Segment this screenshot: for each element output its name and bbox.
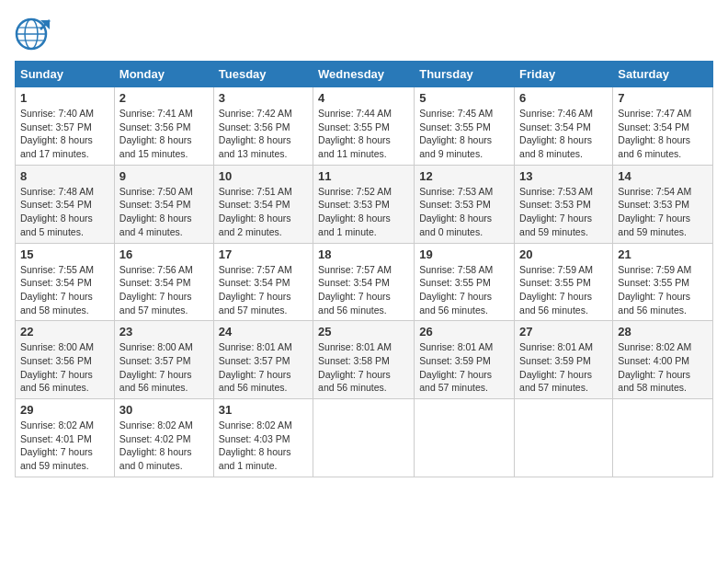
day-number: 14 <box>618 169 708 183</box>
day-cell: 8Sunrise: 7:48 AMSunset: 3:54 PMDaylight… <box>16 165 115 243</box>
calendar-week-row: 15Sunrise: 7:55 AMSunset: 3:54 PMDayligh… <box>16 243 713 321</box>
day-info: Sunrise: 7:46 AMSunset: 3:54 PMDaylight:… <box>519 107 608 161</box>
calendar-week-row: 1Sunrise: 7:40 AMSunset: 3:57 PMDaylight… <box>16 87 713 166</box>
day-cell: 9Sunrise: 7:50 AMSunset: 3:54 PMDaylight… <box>114 165 213 243</box>
day-cell: 5Sunrise: 7:45 AMSunset: 3:55 PMDaylight… <box>415 87 515 166</box>
day-info: Sunrise: 8:01 AMSunset: 3:57 PMDaylight:… <box>219 340 308 395</box>
day-number: 10 <box>219 169 308 183</box>
day-number: 7 <box>618 91 708 105</box>
day-info: Sunrise: 7:41 AMSunset: 3:56 PMDaylight:… <box>119 107 209 161</box>
day-of-week-header: Tuesday <box>213 62 313 87</box>
day-cell: 4Sunrise: 7:44 AMSunset: 3:55 PMDaylight… <box>313 87 415 166</box>
day-info: Sunrise: 8:02 AMSunset: 4:03 PMDaylight:… <box>219 419 308 473</box>
day-number: 11 <box>318 169 409 183</box>
day-number: 28 <box>618 325 708 339</box>
day-number: 29 <box>20 403 109 417</box>
day-cell: 27Sunrise: 8:01 AMSunset: 3:59 PMDayligh… <box>515 321 613 399</box>
day-cell: 2Sunrise: 7:41 AMSunset: 3:56 PMDaylight… <box>114 87 213 166</box>
day-cell: 28Sunrise: 8:02 AMSunset: 4:00 PMDayligh… <box>613 321 713 399</box>
day-cell: 10Sunrise: 7:51 AMSunset: 3:54 PMDayligh… <box>213 165 313 243</box>
day-cell: 11Sunrise: 7:52 AMSunset: 3:53 PMDayligh… <box>313 165 415 243</box>
day-of-week-header: Friday <box>515 62 613 87</box>
day-cell: 3Sunrise: 7:42 AMSunset: 3:56 PMDaylight… <box>213 87 313 166</box>
empty-day-cell <box>613 399 713 477</box>
day-cell: 31Sunrise: 8:02 AMSunset: 4:03 PMDayligh… <box>213 399 313 477</box>
calendar-header-row: SundayMondayTuesdayWednesdayThursdayFrid… <box>16 62 713 87</box>
calendar-week-row: 8Sunrise: 7:48 AMSunset: 3:54 PMDaylight… <box>16 165 713 243</box>
day-info: Sunrise: 7:40 AMSunset: 3:57 PMDaylight:… <box>20 107 109 161</box>
day-cell: 20Sunrise: 7:59 AMSunset: 3:55 PMDayligh… <box>515 243 613 321</box>
day-cell: 15Sunrise: 7:55 AMSunset: 3:54 PMDayligh… <box>16 243 115 321</box>
day-number: 8 <box>20 169 109 183</box>
empty-day-cell <box>313 399 415 477</box>
day-info: Sunrise: 7:53 AMSunset: 3:53 PMDaylight:… <box>419 185 509 239</box>
day-of-week-header: Sunday <box>16 62 115 87</box>
day-info: Sunrise: 7:48 AMSunset: 3:54 PMDaylight:… <box>20 185 109 239</box>
day-cell: 14Sunrise: 7:54 AMSunset: 3:53 PMDayligh… <box>613 165 713 243</box>
day-of-week-header: Wednesday <box>313 62 415 87</box>
day-number: 30 <box>119 403 209 417</box>
empty-day-cell <box>515 399 613 477</box>
day-number: 1 <box>20 91 109 105</box>
day-number: 31 <box>219 403 308 417</box>
day-info: Sunrise: 7:57 AMSunset: 3:54 PMDaylight:… <box>219 263 308 317</box>
day-info: Sunrise: 8:02 AMSunset: 4:00 PMDaylight:… <box>618 340 708 395</box>
calendar-table: SundayMondayTuesdayWednesdayThursdayFrid… <box>15 61 713 477</box>
day-number: 6 <box>519 91 608 105</box>
day-cell: 16Sunrise: 7:56 AMSunset: 3:54 PMDayligh… <box>114 243 213 321</box>
day-number: 18 <box>318 247 409 261</box>
day-info: Sunrise: 7:51 AMSunset: 3:54 PMDaylight:… <box>219 185 308 239</box>
day-number: 22 <box>20 325 109 339</box>
calendar-week-row: 22Sunrise: 8:00 AMSunset: 3:56 PMDayligh… <box>16 321 713 399</box>
day-info: Sunrise: 8:00 AMSunset: 3:56 PMDaylight:… <box>20 340 109 395</box>
day-number: 12 <box>419 169 509 183</box>
day-info: Sunrise: 7:59 AMSunset: 3:55 PMDaylight:… <box>519 263 608 317</box>
day-info: Sunrise: 7:54 AMSunset: 3:53 PMDaylight:… <box>618 185 708 239</box>
day-of-week-header: Saturday <box>613 62 713 87</box>
day-info: Sunrise: 7:50 AMSunset: 3:54 PMDaylight:… <box>119 185 209 239</box>
day-info: Sunrise: 8:02 AMSunset: 4:02 PMDaylight:… <box>119 419 209 473</box>
day-number: 3 <box>219 91 308 105</box>
day-number: 9 <box>119 169 209 183</box>
day-info: Sunrise: 7:42 AMSunset: 3:56 PMDaylight:… <box>219 107 308 161</box>
day-cell: 12Sunrise: 7:53 AMSunset: 3:53 PMDayligh… <box>415 165 515 243</box>
logo <box>15 15 53 53</box>
day-number: 26 <box>419 325 509 339</box>
day-cell: 24Sunrise: 8:01 AMSunset: 3:57 PMDayligh… <box>213 321 313 399</box>
day-cell: 19Sunrise: 7:58 AMSunset: 3:55 PMDayligh… <box>415 243 515 321</box>
day-number: 15 <box>20 247 109 261</box>
day-info: Sunrise: 7:57 AMSunset: 3:54 PMDaylight:… <box>318 263 409 317</box>
day-of-week-header: Monday <box>114 62 213 87</box>
day-info: Sunrise: 7:52 AMSunset: 3:53 PMDaylight:… <box>318 185 409 239</box>
day-info: Sunrise: 7:53 AMSunset: 3:53 PMDaylight:… <box>519 185 608 239</box>
day-cell: 18Sunrise: 7:57 AMSunset: 3:54 PMDayligh… <box>313 243 415 321</box>
day-cell: 21Sunrise: 7:59 AMSunset: 3:55 PMDayligh… <box>613 243 713 321</box>
day-cell: 13Sunrise: 7:53 AMSunset: 3:53 PMDayligh… <box>515 165 613 243</box>
day-number: 24 <box>219 325 308 339</box>
day-number: 17 <box>219 247 308 261</box>
day-info: Sunrise: 7:47 AMSunset: 3:54 PMDaylight:… <box>618 107 708 161</box>
day-cell: 29Sunrise: 8:02 AMSunset: 4:01 PMDayligh… <box>16 399 115 477</box>
day-cell: 6Sunrise: 7:46 AMSunset: 3:54 PMDaylight… <box>515 87 613 166</box>
day-cell: 1Sunrise: 7:40 AMSunset: 3:57 PMDaylight… <box>16 87 115 166</box>
day-info: Sunrise: 8:01 AMSunset: 3:58 PMDaylight:… <box>318 340 409 395</box>
page-header <box>15 15 713 53</box>
day-number: 13 <box>519 169 608 183</box>
day-number: 5 <box>419 91 509 105</box>
day-info: Sunrise: 8:01 AMSunset: 3:59 PMDaylight:… <box>419 340 509 395</box>
day-info: Sunrise: 7:55 AMSunset: 3:54 PMDaylight:… <box>20 263 109 317</box>
day-number: 2 <box>119 91 209 105</box>
day-cell: 7Sunrise: 7:47 AMSunset: 3:54 PMDaylight… <box>613 87 713 166</box>
day-number: 20 <box>519 247 608 261</box>
day-number: 25 <box>318 325 409 339</box>
day-of-week-header: Thursday <box>415 62 515 87</box>
day-number: 21 <box>618 247 708 261</box>
day-number: 19 <box>419 247 509 261</box>
day-cell: 23Sunrise: 8:00 AMSunset: 3:57 PMDayligh… <box>114 321 213 399</box>
day-cell: 17Sunrise: 7:57 AMSunset: 3:54 PMDayligh… <box>213 243 313 321</box>
day-info: Sunrise: 7:56 AMSunset: 3:54 PMDaylight:… <box>119 263 209 317</box>
day-info: Sunrise: 7:59 AMSunset: 3:55 PMDaylight:… <box>618 263 708 317</box>
day-info: Sunrise: 8:01 AMSunset: 3:59 PMDaylight:… <box>519 340 608 395</box>
day-cell: 26Sunrise: 8:01 AMSunset: 3:59 PMDayligh… <box>415 321 515 399</box>
day-number: 23 <box>119 325 209 339</box>
